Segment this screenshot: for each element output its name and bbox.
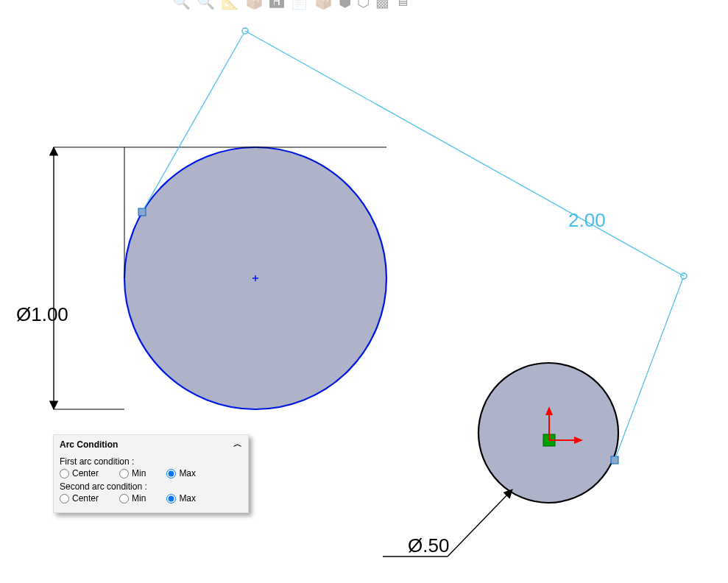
second-arc-max[interactable]: Max: [166, 493, 196, 504]
svg-line-10: [448, 490, 512, 556]
panel-title: Arc Condition: [60, 439, 118, 450]
radio-second-max[interactable]: [166, 494, 176, 504]
first-arc-min[interactable]: Min: [119, 468, 146, 478]
first-arc-max[interactable]: Max: [166, 468, 196, 478]
radio-first-min[interactable]: [119, 469, 129, 478]
second-arc-label: Second arc condition :: [60, 481, 242, 492]
dimension-dia-small[interactable]: Ø.50: [383, 490, 512, 556]
radio-second-center[interactable]: [60, 494, 69, 504]
second-arc-center[interactable]: Center: [60, 493, 99, 504]
panel-header[interactable]: Arc Condition ︿: [54, 435, 248, 453]
radio-first-max[interactable]: [166, 469, 176, 478]
first-arc-label: First arc condition :: [60, 456, 242, 467]
first-arc-center[interactable]: Center: [60, 468, 99, 478]
dim-text-dia-small: Ø.50: [408, 534, 449, 556]
sketch-canvas[interactable]: 🔍 🔍 📐 📦 🅰 📄 📦 ⬢ ⬡ ▩ 🖥: [0, 0, 728, 583]
second-arc-min[interactable]: Min: [119, 493, 146, 504]
chevron-up-icon[interactable]: ︿: [233, 438, 242, 451]
arc-condition-panel[interactable]: Arc Condition ︿ First arc condition : Ce…: [53, 434, 249, 513]
radio-first-center[interactable]: [60, 469, 69, 478]
radio-second-min[interactable]: [119, 494, 129, 504]
second-arc-row: Center Min Max: [60, 493, 242, 504]
dim-text-dia-large: Ø1.00: [16, 303, 68, 325]
dim-text-distance: 2.00: [568, 209, 606, 231]
first-arc-row: Center Min Max: [60, 468, 242, 478]
svg-line-13: [615, 276, 684, 460]
